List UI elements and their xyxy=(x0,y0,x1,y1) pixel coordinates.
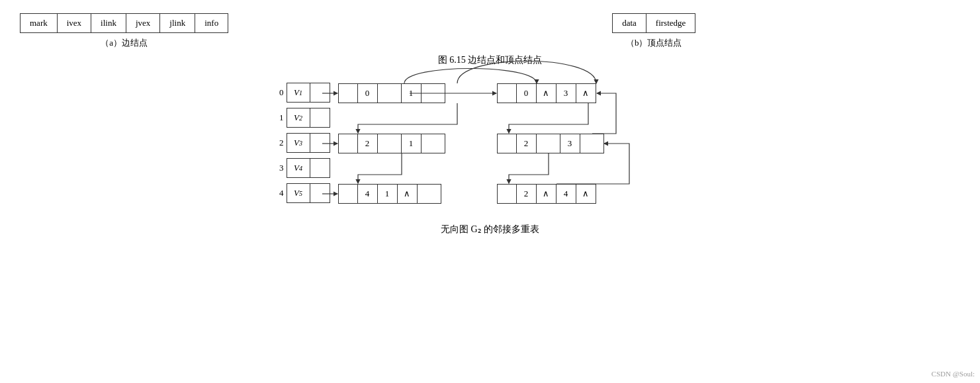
en-41-c1: 4 xyxy=(358,184,378,204)
en-21-c0 xyxy=(338,134,358,153)
vertex-index-1: 1 xyxy=(272,112,284,123)
vertex-row-3: 3 V4 xyxy=(272,155,330,181)
vertex-cell-1: V2 xyxy=(287,108,310,128)
vertex-cell-firstedge: firstedge xyxy=(646,14,695,32)
page-container: mark ivex ilink jvex jlink info （a）边结点 d… xyxy=(0,0,980,383)
en-21-c1: 2 xyxy=(358,134,378,153)
diagram-area: 0 V1 1 V2 2 V3 3 xyxy=(20,77,960,235)
vertex-cell-0: V1 xyxy=(287,83,310,103)
top-section: mark ivex ilink jvex jlink info （a）边结点 d… xyxy=(20,13,960,49)
en-02-c2: ∧ xyxy=(537,83,557,103)
vertex-cell-data: data xyxy=(613,14,646,32)
edge-node-4-2: 2 ∧ 4 ∧ xyxy=(497,184,596,204)
en-01-c2 xyxy=(378,83,402,103)
vertex-index-2: 2 xyxy=(272,138,284,148)
en-02-c1: 0 xyxy=(517,83,537,103)
edge-node-4-1: 4 1 ∧ xyxy=(338,184,441,204)
vertex-cell-4: V5 xyxy=(287,183,310,203)
vertex-ptr-0 xyxy=(310,83,330,103)
edge-struct-group: mark ivex ilink jvex jlink info （a）边结点 xyxy=(20,13,228,49)
edge-node-2-1: 2 1 xyxy=(338,134,445,153)
vertex-ptr-1 xyxy=(310,108,330,128)
en-42-c1: 2 xyxy=(517,184,537,204)
vertex-ptr-2 xyxy=(310,133,330,153)
vertex-row-2: 2 V3 xyxy=(272,130,330,155)
en-21-c2 xyxy=(378,134,402,153)
edge-node-0-2: 0 ∧ 3 ∧ xyxy=(497,83,596,103)
vertex-cell-3: V4 xyxy=(287,158,310,178)
edge-struct-box: mark ivex ilink jvex jlink info xyxy=(20,13,228,33)
edge-node-2-2: 2 3 xyxy=(497,134,604,153)
en-21-c3: 1 xyxy=(402,134,422,153)
vertex-row-0: 0 V1 xyxy=(272,80,330,105)
en-22-c4 xyxy=(580,134,604,153)
vertex-ptr-3 xyxy=(310,158,330,178)
vertex-row-1: 1 V2 xyxy=(272,105,330,130)
edge-cell-ilink: ilink xyxy=(91,14,126,32)
en-42-c0 xyxy=(497,184,517,204)
vertex-index-0: 0 xyxy=(272,87,284,98)
en-01-c4 xyxy=(422,83,445,103)
en-01-c1: 0 xyxy=(358,83,378,103)
en-42-c2: ∧ xyxy=(537,184,557,204)
en-01-c3: 1 xyxy=(402,83,422,103)
en-02-c0 xyxy=(497,83,517,103)
vertex-struct-box: data firstedge xyxy=(612,13,695,33)
en-22-c2 xyxy=(537,134,560,153)
edge-cell-jvex: jvex xyxy=(126,14,160,32)
en-22-c3: 3 xyxy=(560,134,580,153)
vertex-index-3: 3 xyxy=(272,163,284,173)
watermark: CSDN @Soul: xyxy=(932,370,975,378)
en-41-c2: 1 xyxy=(378,184,398,204)
edge-node-0-1: 0 1 xyxy=(338,83,445,103)
en-41-c4 xyxy=(418,184,441,204)
edge-cell-jlink: jlink xyxy=(160,14,195,32)
en-42-c3: 4 xyxy=(557,184,576,204)
en-02-c4: ∧ xyxy=(576,83,596,103)
en-42-c4: ∧ xyxy=(576,184,596,204)
en-41-c0 xyxy=(338,184,358,204)
en-41-c3: ∧ xyxy=(398,184,418,204)
edge-struct-label: （a）边结点 xyxy=(101,37,148,49)
figure-caption: 图 6.15 边结点和顶点结点 xyxy=(20,54,960,66)
en-02-c3: 3 xyxy=(557,83,576,103)
en-01-c0 xyxy=(338,83,358,103)
vertex-row-4: 4 V5 xyxy=(272,181,330,206)
edge-cell-info: info xyxy=(195,14,228,32)
en-22-c0 xyxy=(497,134,517,153)
vertex-list: 0 V1 1 V2 2 V3 3 xyxy=(272,80,330,206)
vertex-struct-group: data firstedge （b）顶点结点 xyxy=(612,13,695,49)
edge-cell-ivex: ivex xyxy=(58,14,91,32)
en-21-c4 xyxy=(422,134,445,153)
en-22-c1: 2 xyxy=(517,134,537,153)
vertex-index-4: 4 xyxy=(272,188,284,198)
vertex-ptr-4 xyxy=(310,183,330,203)
edge-cell-mark: mark xyxy=(21,14,58,32)
diagram-caption: 无向图 G₂ 的邻接多重表 xyxy=(441,224,539,235)
diagram-inner: 0 V1 1 V2 2 V3 3 xyxy=(259,77,709,216)
vertex-struct-label: （b）顶点结点 xyxy=(626,37,682,49)
vertex-cell-2: V3 xyxy=(287,133,310,153)
